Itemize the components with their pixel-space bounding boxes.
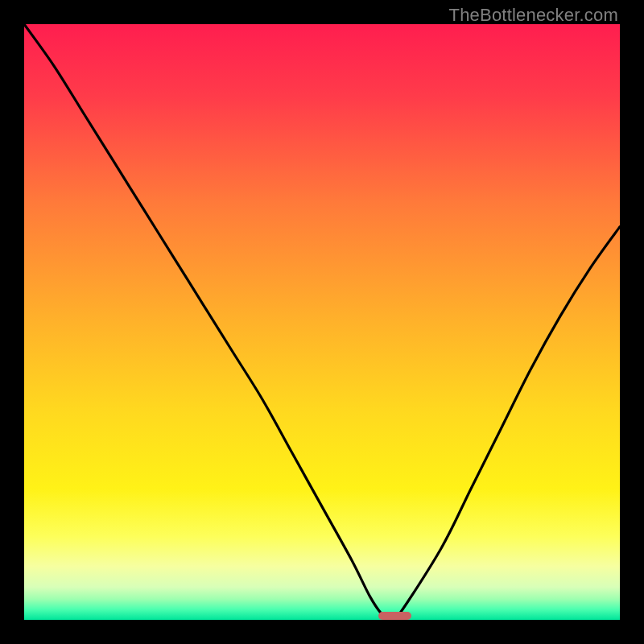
plot-area (24, 24, 620, 620)
watermark-text: TheBottlenecker.com (449, 5, 618, 26)
chart-frame: TheBottlenecker.com (0, 0, 644, 644)
bottleneck-curve (24, 24, 620, 620)
curve-path (24, 24, 620, 620)
optimal-range-marker (378, 612, 411, 620)
